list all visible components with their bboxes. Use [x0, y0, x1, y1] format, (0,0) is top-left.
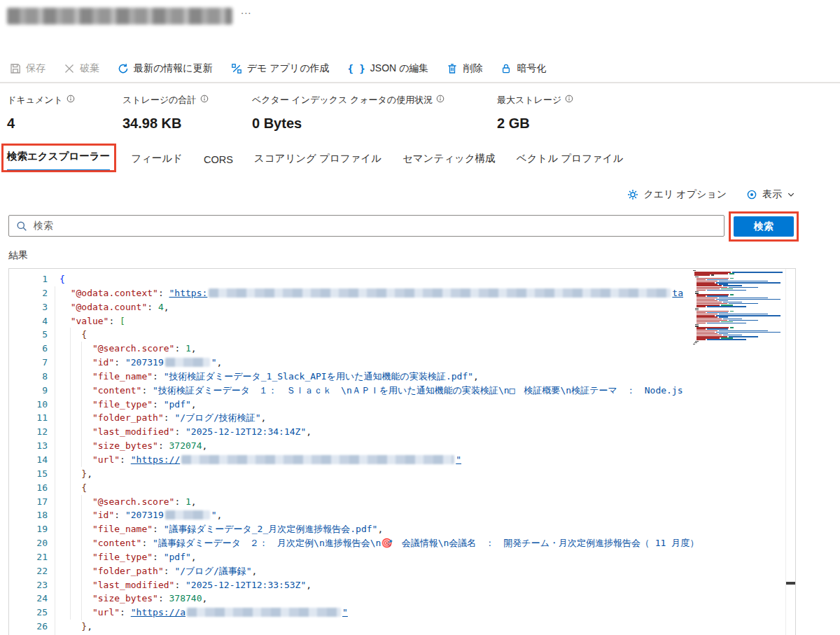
- stat-label: 最大ストレージ: [497, 94, 561, 106]
- line-number: 26: [9, 620, 48, 634]
- code-line: 26 },: [9, 620, 694, 634]
- code-line: 13 "size_bytes": 372074,: [9, 439, 694, 453]
- code-line: 8 "file_name": "技術検証ダミーデータ_1_Slack_APIを用…: [9, 370, 694, 384]
- title-overflow-ellipsis[interactable]: ...: [241, 4, 252, 16]
- code-line: 14 "url": "https://": [9, 453, 694, 467]
- code-line: 20 "content": "議事録ダミーデータ ２： 月次定例\n進捗報告会\…: [9, 536, 694, 550]
- info-icon[interactable]: [436, 95, 444, 103]
- line-number: 22: [9, 564, 48, 578]
- save-button[interactable]: 保存: [10, 62, 46, 75]
- save-label: 保存: [26, 62, 46, 75]
- demo-app-button[interactable]: デモ アプリの作成: [231, 62, 330, 75]
- index-name-redacted: [7, 8, 232, 25]
- info-icon[interactable]: [66, 95, 75, 103]
- discard-label: 破棄: [80, 62, 99, 75]
- tab-2[interactable]: CORS: [204, 154, 233, 172]
- stat-value: 34.98 KB: [122, 116, 209, 132]
- line-number: 21: [9, 550, 48, 564]
- line-number: 15: [9, 467, 48, 481]
- toolbar-divider: [0, 82, 840, 83]
- code-line: 11 "folder_path": "/ブログ/技術検証",: [9, 411, 694, 425]
- line-number: 14: [9, 453, 48, 467]
- stat-value: 0 Bytes: [252, 116, 444, 132]
- results-json-editor[interactable]: 1{2 "@odata.context": "https:ta3 "@odata…: [8, 268, 796, 635]
- code-line: 19 "file_name": "議事録ダミーデータ_2_月次定例進捗報告会.p…: [9, 522, 694, 536]
- code-area[interactable]: 1{2 "@odata.context": "https:ta3 "@odata…: [9, 269, 694, 635]
- query-actions: クエリ オプション 表示: [627, 188, 795, 201]
- code-line: 18 "id": "207319",: [9, 508, 694, 522]
- json-edit-button[interactable]: { }JSON の編集: [348, 62, 429, 75]
- query-options-button[interactable]: クエリ オプション: [627, 188, 727, 201]
- azure-search-index-page: ... 保存破棄最新の情報に更新デモ アプリの作成{ }JSON の編集削除暗号…: [0, 0, 840, 635]
- code-line: 23 "last_modified": "2025-12-12T12:33:53…: [9, 578, 694, 592]
- info-icon[interactable]: [565, 95, 573, 103]
- delete-icon: [447, 63, 458, 74]
- redacted-value: [165, 510, 210, 519]
- indent-guide: [70, 328, 71, 620]
- encryption-label: 暗号化: [517, 62, 546, 75]
- line-number: 18: [9, 508, 48, 522]
- redacted-value: [209, 288, 671, 298]
- stat-3: 最大ストレージ2 GB: [497, 94, 573, 132]
- stat-value: 2 GB: [497, 116, 573, 132]
- results-label: 結果: [8, 249, 28, 262]
- stat-label: ストレージの合計: [122, 94, 197, 106]
- line-number: 11: [9, 411, 48, 425]
- query-options-label: クエリ オプション: [643, 188, 727, 201]
- code-line: 5 {: [9, 328, 694, 342]
- refresh-button[interactable]: 最新の情報に更新: [118, 62, 213, 75]
- discard-button[interactable]: 破棄: [64, 62, 99, 75]
- save-icon: [10, 63, 21, 74]
- indent-guide: [81, 342, 82, 467]
- discard-icon: [64, 63, 75, 74]
- tab-5[interactable]: ベクトル プロファイル: [517, 152, 623, 172]
- info-icon[interactable]: [200, 95, 209, 103]
- code-line: 21 "file_type": "pdf",: [9, 550, 694, 564]
- editor-minimap[interactable]: [693, 270, 785, 345]
- code-line: 10 "file_type": "pdf",: [9, 398, 694, 412]
- refresh-icon: [118, 63, 129, 74]
- tab-4[interactable]: セマンティック構成: [402, 152, 496, 172]
- view-dropdown[interactable]: 表示: [746, 188, 795, 201]
- tab-1[interactable]: フィールド: [131, 152, 183, 172]
- refresh-label: 最新の情報に更新: [134, 62, 213, 75]
- line-number: 13: [9, 439, 48, 453]
- search-placeholder: 検索: [34, 220, 53, 232]
- code-line: 16 {: [9, 481, 694, 495]
- stat-2: ベクター インデックス クォータの使用状況0 Bytes: [252, 94, 444, 132]
- encryption-button[interactable]: 暗号化: [500, 62, 546, 75]
- indent-guide: [81, 495, 82, 620]
- redacted-value: [165, 358, 210, 367]
- search-input[interactable]: 検索: [8, 215, 724, 237]
- tab-3[interactable]: スコアリング プロファイル: [254, 152, 382, 172]
- line-number: 5: [9, 328, 48, 342]
- code-line: 6 "@search.score": 1,: [9, 342, 694, 356]
- line-number: 12: [9, 425, 48, 439]
- line-number: 10: [9, 398, 48, 412]
- line-number: 9: [9, 384, 48, 398]
- stat-label: ドキュメント: [7, 94, 63, 106]
- code-line: 7 "id": "207319",: [9, 356, 694, 370]
- editor-scrollbar-marker[interactable]: [786, 582, 795, 585]
- annotation-box-search-button: 検索: [729, 211, 799, 242]
- code-line: 22 "folder_path": "/ブログ/議事録",: [9, 564, 694, 578]
- delete-button[interactable]: 削除: [447, 62, 482, 75]
- tab-0[interactable]: 検索エクスプローラー: [7, 150, 110, 172]
- line-number: 1: [9, 272, 48, 286]
- stat-1: ストレージの合計34.98 KB: [122, 94, 209, 132]
- redacted-value: [187, 608, 341, 617]
- code-line: 1{: [9, 272, 694, 286]
- editor-scrollbar-track[interactable]: [785, 269, 796, 635]
- search-button[interactable]: 検索: [734, 216, 794, 237]
- line-number: 16: [9, 481, 48, 495]
- line-number: 17: [9, 495, 48, 509]
- code-line: 17 "@search.score": 1,: [9, 495, 694, 509]
- code-line: 2 "@odata.context": "https:ta: [9, 286, 694, 300]
- line-number: 6: [9, 342, 48, 356]
- stat-value: 4: [7, 116, 75, 132]
- delete-label: 削除: [463, 62, 482, 75]
- command-bar: 保存破棄最新の情報に更新デモ アプリの作成{ }JSON の編集削除暗号化: [10, 58, 546, 79]
- code-line: 15 },: [9, 467, 694, 481]
- json-edit-label: JSON の編集: [370, 62, 429, 75]
- line-number: 24: [9, 592, 48, 606]
